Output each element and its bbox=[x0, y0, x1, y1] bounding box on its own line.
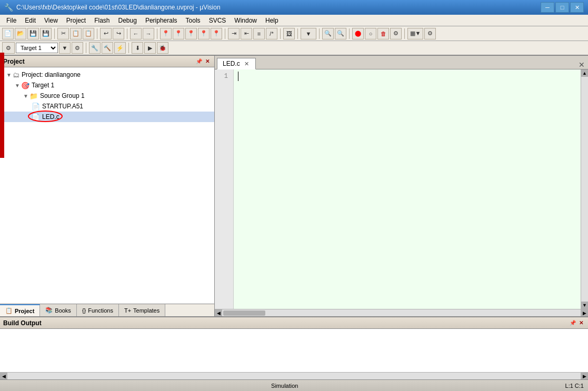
tree-item-startup[interactable]: 📄 STARTUP.A51 bbox=[0, 101, 214, 112]
tb-sep5 bbox=[225, 28, 225, 39]
tb-save-all[interactable]: 💾 bbox=[40, 28, 52, 39]
expand-icon: ▼ bbox=[6, 72, 12, 78]
tb-back[interactable]: ← bbox=[130, 28, 142, 39]
tb-bp-toggle[interactable]: ○ bbox=[365, 28, 376, 39]
left-panel-tabs: 📋 Project 📚 Books {} Functions T+ Templa… bbox=[0, 304, 214, 316]
tb2-run[interactable]: ▶ bbox=[144, 42, 156, 54]
menu-flash[interactable]: Flash bbox=[90, 16, 114, 25]
build-float-btn[interactable]: 📌 bbox=[569, 319, 576, 327]
tb-img[interactable]: 🖼 bbox=[283, 28, 295, 39]
panel-float-btn[interactable]: 📌 bbox=[195, 58, 203, 65]
menu-svcs[interactable]: SVCS bbox=[205, 16, 231, 25]
tb-align[interactable]: ≡ bbox=[253, 28, 265, 39]
build-hscroll-right[interactable]: ▶ bbox=[581, 373, 588, 380]
tb2-rebuild[interactable]: 🔨 bbox=[102, 42, 113, 54]
tb-sep3 bbox=[127, 28, 127, 39]
tb-unindent[interactable]: ⇤ bbox=[241, 28, 252, 39]
menu-help[interactable]: Help bbox=[261, 16, 283, 25]
maximize-button[interactable]: □ bbox=[555, 2, 569, 13]
tb-bookmark3[interactable]: 📍 bbox=[185, 28, 197, 39]
tb-open[interactable]: 📂 bbox=[15, 28, 26, 39]
tb-save[interactable]: 💾 bbox=[27, 28, 39, 39]
minimize-button[interactable]: ─ bbox=[541, 2, 554, 13]
tb-widget[interactable]: ▦▼ bbox=[407, 28, 423, 39]
tab-templates-label: Templates bbox=[133, 307, 160, 314]
tb-bp-clear[interactable]: 🗑 bbox=[377, 28, 389, 39]
editor-vscrollbar[interactable]: ▲ ▼ bbox=[581, 69, 588, 309]
build-close-btn[interactable]: ✕ bbox=[577, 319, 585, 327]
tb-redo[interactable]: ↪ bbox=[113, 28, 124, 39]
window-title: C:\Users\fxb\Desktop\keil code\01st\03LE… bbox=[16, 4, 221, 11]
project-panel-header: Project 📌 ✕ bbox=[0, 56, 214, 67]
tb-find[interactable]: 🔍 bbox=[322, 28, 334, 39]
tb-combo[interactable]: ▼ bbox=[301, 28, 316, 39]
tb-bp-set[interactable]: ⬤ bbox=[352, 28, 364, 39]
project-tree: ▼ 🗂 Project: dianliangone ▼ 🎯 Target 1 ▼… bbox=[0, 67, 214, 304]
tb2-batch[interactable]: ⚡ bbox=[114, 42, 126, 54]
vscroll-down[interactable]: ▼ bbox=[581, 302, 588, 309]
tb-forward[interactable]: → bbox=[143, 28, 154, 39]
tb2-dropdown[interactable]: ▼ bbox=[59, 42, 71, 54]
tb-settings[interactable]: ⚙ bbox=[424, 28, 436, 39]
tb-bookmark1[interactable]: 📍 bbox=[160, 28, 172, 39]
panel-close-btn[interactable]: ✕ bbox=[204, 58, 211, 65]
tb-bookmark4[interactable]: 📍 bbox=[198, 28, 210, 39]
tab-functions[interactable]: {} Functions bbox=[77, 304, 119, 316]
tb-bookmark2[interactable]: 📍 bbox=[173, 28, 184, 39]
tree-item-source-group[interactable]: ▼ 📁 Source Group 1 bbox=[0, 91, 214, 101]
hscroll-left[interactable]: ◀ bbox=[215, 309, 222, 317]
tb2-build[interactable]: 🔧 bbox=[89, 42, 101, 54]
toolbar-main: 📄 📂 💾 💾 ✂ 📋 📋 ↩ ↪ ← → 📍 📍 📍 📍 📍 ⇥ ⇤ ≡ /*… bbox=[0, 26, 588, 41]
editor-panel-close[interactable]: ✕ bbox=[577, 61, 586, 69]
tb-sep1 bbox=[54, 28, 55, 39]
app-icon: 🔧 bbox=[4, 3, 13, 12]
tb2-debug[interactable]: 🐞 bbox=[157, 42, 168, 54]
tree-item-target1[interactable]: ▼ 🎯 Target 1 bbox=[0, 80, 214, 91]
menu-file[interactable]: File bbox=[2, 16, 21, 25]
tb-bp-settings[interactable]: ⚙ bbox=[390, 28, 402, 39]
editor-hscrollbar[interactable]: ◀ ▶ bbox=[215, 309, 588, 316]
tb-sep8 bbox=[319, 28, 320, 39]
menu-debug[interactable]: Debug bbox=[114, 16, 141, 25]
tb-sep2 bbox=[97, 28, 97, 39]
menu-bar: File Edit View Project Flash Debug Perip… bbox=[0, 15, 588, 26]
tb-bookmark5[interactable]: 📍 bbox=[211, 28, 222, 39]
editor-panel: LED.c ✕ ✕ 1 bbox=[215, 56, 588, 316]
tb-undo[interactable]: ↩ bbox=[100, 28, 112, 39]
tb2-manage[interactable]: ⚙ bbox=[72, 42, 83, 54]
tree-item-ledc[interactable]: 📄 LED.c bbox=[0, 112, 214, 122]
tb-copy[interactable]: 📋 bbox=[70, 28, 82, 39]
vscroll-up[interactable]: ▲ bbox=[581, 69, 588, 77]
tb-paste[interactable]: 📋 bbox=[83, 28, 94, 39]
build-output-content bbox=[0, 329, 588, 372]
tree-item-project-root[interactable]: ▼ 🗂 Project: dianliangone bbox=[0, 69, 214, 80]
menu-tools[interactable]: Tools bbox=[182, 16, 205, 25]
build-output-title: Build Output bbox=[3, 319, 42, 327]
target-selector[interactable]: Target 1 bbox=[16, 43, 58, 53]
tb-find2[interactable]: 🔍 bbox=[335, 28, 346, 39]
close-button[interactable]: ✕ bbox=[570, 2, 584, 13]
tb2-download[interactable]: ⬇ bbox=[132, 42, 143, 54]
tb-new[interactable]: 📄 bbox=[2, 28, 14, 39]
build-hscrollbar[interactable]: ◀ ▶ bbox=[0, 372, 588, 379]
tb2-options[interactable]: ⚙ bbox=[2, 42, 15, 54]
tab-project[interactable]: 📋 Project bbox=[0, 304, 40, 316]
editor-tab-ledc-close[interactable]: ✕ bbox=[243, 61, 250, 67]
menu-edit[interactable]: Edit bbox=[21, 16, 40, 25]
editor-tab-ledc[interactable]: LED.c ✕ bbox=[217, 58, 256, 69]
tab-books[interactable]: 📚 Books bbox=[40, 304, 77, 316]
menu-project[interactable]: Project bbox=[62, 16, 90, 25]
expand-icon-group: ▼ bbox=[23, 93, 28, 99]
tb-cut[interactable]: ✂ bbox=[57, 28, 69, 39]
menu-window[interactable]: Window bbox=[230, 16, 261, 25]
menu-peripherals[interactable]: Peripherals bbox=[141, 16, 182, 25]
tb-comment[interactable]: /* bbox=[266, 28, 277, 39]
tb-indent[interactable]: ⇥ bbox=[228, 28, 240, 39]
code-editor[interactable] bbox=[234, 69, 581, 309]
menu-view[interactable]: View bbox=[40, 16, 62, 25]
status-center: Simulation bbox=[271, 383, 298, 389]
tab-templates[interactable]: T+ Templates bbox=[119, 304, 165, 316]
editor-tab-ledc-label: LED.c bbox=[223, 60, 240, 67]
hscroll-right[interactable]: ▶ bbox=[581, 309, 588, 317]
build-hscroll-left[interactable]: ◀ bbox=[0, 373, 7, 380]
